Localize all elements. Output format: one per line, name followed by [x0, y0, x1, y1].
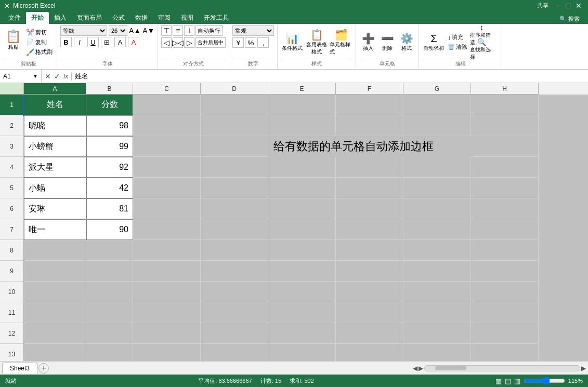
align-center-icon[interactable]: ▷◁: [173, 37, 183, 48]
col-header-f[interactable]: F: [336, 83, 403, 95]
cell-b7[interactable]: 90: [86, 219, 133, 240]
insert-button[interactable]: ➕ 插入: [359, 28, 377, 57]
col-header-c[interactable]: C: [133, 83, 201, 95]
cell-a7[interactable]: 唯一: [24, 219, 86, 240]
cell-b4[interactable]: 92: [86, 157, 133, 178]
font-name-select[interactable]: 等线: [60, 25, 107, 36]
cell-b13[interactable]: [86, 344, 133, 361]
cell-c9[interactable]: [133, 261, 201, 282]
decrease-font-icon[interactable]: A▼: [142, 26, 154, 35]
cell-f7[interactable]: [336, 219, 403, 240]
cell-d5[interactable]: [201, 178, 268, 198]
cell-a10[interactable]: [24, 282, 86, 302]
cell-e13[interactable]: [268, 344, 336, 361]
cell-a4[interactable]: 派大星: [24, 157, 86, 178]
cell-a8[interactable]: [24, 240, 86, 261]
row-num-4[interactable]: 4: [0, 157, 23, 178]
cell-h4[interactable]: [471, 157, 539, 178]
cell-ref-box[interactable]: A1 ▼: [0, 70, 42, 83]
font-color-button[interactable]: A: [128, 37, 139, 47]
row-num-10[interactable]: 10: [0, 282, 23, 302]
cell-d8[interactable]: [201, 240, 268, 261]
cell-g7[interactable]: [403, 219, 471, 240]
maximize-button[interactable]: □: [566, 2, 570, 10]
cell-h11[interactable]: [471, 302, 539, 323]
row-num-13[interactable]: 13: [0, 344, 23, 361]
tab-data[interactable]: 数据: [130, 12, 153, 24]
cell-f4[interactable]: [336, 157, 403, 178]
col-header-d[interactable]: D: [201, 83, 268, 95]
row-num-6[interactable]: 6: [0, 198, 23, 219]
cell-ref-dropdown-icon[interactable]: ▼: [33, 73, 38, 79]
cell-d7[interactable]: [201, 219, 268, 240]
cell-e2[interactable]: [268, 115, 336, 136]
row-num-2[interactable]: 2: [0, 115, 23, 136]
cancel-formula-icon[interactable]: ✕: [45, 72, 51, 81]
horizontal-scrollbar[interactable]: [424, 365, 580, 371]
cell-c6[interactable]: [133, 198, 201, 219]
cell-d12[interactable]: [201, 323, 268, 344]
cell-f12[interactable]: [336, 323, 403, 344]
align-bottom-icon[interactable]: ⊥: [184, 25, 194, 36]
cell-h6[interactable]: [471, 198, 539, 219]
tab-page-layout[interactable]: 页面布局: [72, 12, 107, 24]
normal-view-icon[interactable]: ▦: [495, 377, 502, 385]
cell-f6[interactable]: [336, 198, 403, 219]
fill-button[interactable]: ↓ 填充: [447, 33, 468, 42]
cell-b5[interactable]: 42: [86, 178, 133, 198]
cell-d10[interactable]: [201, 282, 268, 302]
row-num-5[interactable]: 5: [0, 178, 23, 198]
cell-b3[interactable]: 99: [86, 136, 133, 157]
cell-e9[interactable]: [268, 261, 336, 282]
col-header-b[interactable]: B: [86, 83, 133, 95]
cell-b10[interactable]: [86, 282, 133, 302]
cell-g4[interactable]: [403, 157, 471, 178]
scroll-right-icon[interactable]: ▶: [419, 365, 423, 372]
col-header-g[interactable]: G: [403, 83, 471, 95]
font-size-select[interactable]: 26: [109, 25, 127, 36]
find-button[interactable]: 🔍 查找和选择: [470, 43, 493, 56]
cell-e1[interactable]: [268, 95, 336, 115]
cell-d13[interactable]: [201, 344, 268, 361]
merge-center-button[interactable]: 合并后居中: [195, 37, 226, 48]
increase-font-icon[interactable]: A▲: [129, 26, 141, 35]
cell-h8[interactable]: [471, 240, 539, 261]
cell-b12[interactable]: [86, 323, 133, 344]
cell-a5[interactable]: 小蜗: [24, 178, 86, 198]
fill-color-button[interactable]: A: [114, 37, 126, 47]
cell-h10[interactable]: [471, 282, 539, 302]
align-right-icon[interactable]: ▷: [184, 37, 194, 48]
cell-d2[interactable]: [201, 115, 268, 136]
cell-g8[interactable]: [403, 240, 471, 261]
cell-h12[interactable]: [471, 323, 539, 344]
cell-a3[interactable]: 小螃蟹: [24, 136, 86, 157]
cell-b1[interactable]: 分数: [86, 95, 133, 115]
tab-view[interactable]: 视图: [176, 12, 199, 24]
copy-button[interactable]: 📄 复制: [25, 38, 54, 47]
row-num-11[interactable]: 11: [0, 302, 23, 323]
col-header-a[interactable]: A: [24, 83, 86, 95]
underline-button[interactable]: U: [87, 37, 99, 47]
bold-button[interactable]: B: [60, 37, 72, 47]
row-num-3[interactable]: 3: [0, 136, 23, 157]
share-button[interactable]: 共享: [537, 2, 548, 10]
cell-e4[interactable]: [268, 157, 336, 178]
cell-e10[interactable]: [268, 282, 336, 302]
search-box[interactable]: 🔍 搜索: [555, 14, 584, 24]
cell-f11[interactable]: [336, 302, 403, 323]
align-middle-icon[interactable]: ≡: [173, 25, 183, 36]
tab-insert[interactable]: 插入: [49, 12, 72, 24]
cell-a1[interactable]: 姓名: [24, 95, 86, 115]
row-num-12[interactable]: 12: [0, 323, 23, 344]
cell-a2[interactable]: 晓晓: [24, 115, 86, 136]
tab-file[interactable]: 文件: [3, 12, 26, 24]
add-sheet-button[interactable]: +: [38, 363, 49, 373]
conditional-format-button[interactable]: 📊 条件格式: [281, 28, 304, 57]
sheet-tab-sheet3[interactable]: Sheet3: [2, 363, 37, 373]
tab-developer[interactable]: 开发工具: [199, 12, 234, 24]
scrollbar-thumb[interactable]: [435, 366, 466, 370]
align-top-icon[interactable]: ⊤: [161, 25, 172, 36]
cell-g6[interactable]: [403, 198, 471, 219]
tab-review[interactable]: 审阅: [153, 12, 176, 24]
cell-c10[interactable]: [133, 282, 201, 302]
